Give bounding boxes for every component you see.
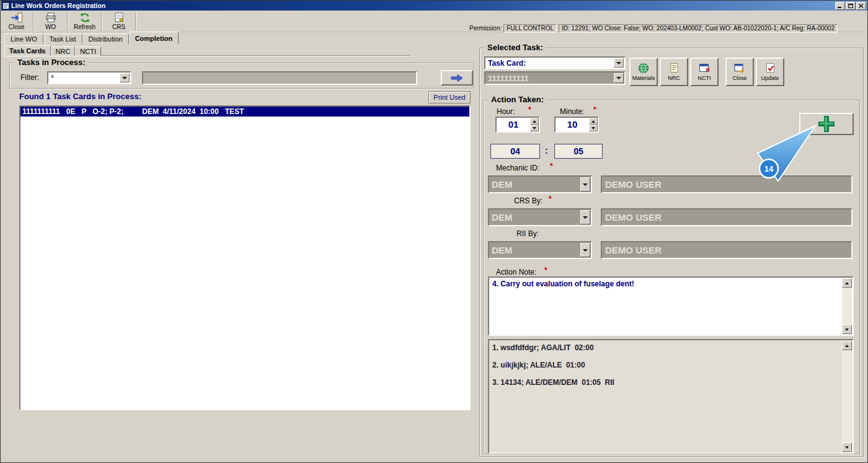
history-item[interactable]: 3. 14134; ALE/DEM/DEM 01:05 RII [492, 378, 839, 387]
crs-certificate-icon [113, 12, 125, 23]
action-note-textarea[interactable]: 4. Carry out evaluation of fuselage dent… [488, 276, 854, 336]
task-card-dropdown-button[interactable] [614, 73, 624, 83]
arrow-down-icon [591, 127, 595, 130]
update-button[interactable]: Update [756, 58, 784, 86]
toolbar-button-label: CRS [112, 24, 125, 30]
tab-task-cards[interactable]: Task Cards [4, 45, 51, 56]
toolbar-button-label: Close [9, 24, 25, 30]
crs-button[interactable]: CRS [104, 11, 133, 32]
apply-filter-button[interactable] [441, 70, 473, 86]
note-scrollbar[interactable] [842, 278, 852, 334]
minute-up-button[interactable] [589, 118, 598, 125]
history-scrollbar[interactable] [842, 341, 852, 452]
list-item-selected[interactable]: 1111111111 0E P O-2; P-2; DEM 4/11/2024 … [20, 107, 469, 117]
task-type-dropdown-button[interactable] [614, 58, 624, 68]
refresh-button[interactable]: Refresh [70, 11, 99, 32]
close-task-button[interactable]: Close [725, 58, 754, 86]
materials-button[interactable]: Materials [629, 58, 658, 86]
filter-dropdown-button[interactable] [120, 73, 130, 82]
rii-name-field: DEMO USER [601, 241, 852, 259]
time-colon: : [545, 146, 548, 156]
tab-task-list[interactable]: Task List [43, 33, 82, 44]
hour-down-button[interactable] [530, 125, 539, 131]
arrow-down-icon [845, 446, 849, 449]
printer-icon [45, 12, 56, 23]
mechanic-dropdown-button[interactable] [580, 177, 590, 192]
crs-required-mark: * [549, 195, 552, 203]
crs-name-field: DEMO USER [601, 208, 852, 226]
crs-by-value: DEM [492, 212, 512, 223]
minute-label: Minute: [560, 107, 584, 116]
scrollbar-track[interactable] [842, 350, 852, 443]
task-card-combo[interactable]: 1111111111 [484, 71, 626, 85]
scroll-down-icon[interactable] [842, 325, 852, 334]
tab-ncti[interactable]: NCTI [75, 46, 101, 56]
scroll-up-icon[interactable] [842, 341, 852, 350]
total-hour-field: 04 [490, 144, 540, 159]
toolbar-separator [135, 12, 136, 30]
arrow-down-icon [845, 329, 849, 331]
ncti-button[interactable]: NCTI [690, 58, 719, 86]
toolbar-button-label: Refresh [74, 24, 95, 30]
materials-globe-icon [637, 63, 650, 74]
scrollbar-track[interactable] [842, 288, 852, 325]
selected-task-title: Selected Task: [485, 43, 546, 52]
crs-by-label: CRS By: [514, 196, 542, 205]
hour-spinner[interactable]: 01 [495, 117, 540, 133]
arrow-down-icon [533, 127, 536, 130]
crs-by-combo[interactable]: DEM [488, 208, 592, 226]
toolbar-button-label: WO [45, 24, 56, 30]
tasks-group-title: Tasks in Process: [15, 58, 88, 67]
nrc-button[interactable]: NRC [660, 58, 688, 86]
found-tasks-label: Found 1 Task Cards in Process: [19, 92, 141, 101]
hour-up-button[interactable] [530, 118, 539, 125]
tab-nrc[interactable]: NRC [51, 46, 76, 56]
rii-dropdown-button[interactable] [580, 243, 590, 257]
filter-combo[interactable]: * [47, 71, 131, 84]
print-used-button[interactable]: Print Used [428, 91, 471, 104]
mechanic-id-label: Mechanic ID: [496, 164, 539, 172]
add-action-button[interactable] [799, 113, 854, 135]
action-note-text: 4. Carry out evaluation of fuselage dent… [492, 280, 839, 288]
minute-spinner[interactable]: 10 [554, 117, 599, 133]
hour-label: Hour: [497, 107, 515, 116]
task-type-combo[interactable]: Task Card: [484, 56, 626, 69]
arrow-up-icon [533, 120, 536, 123]
rii-by-combo[interactable]: DEM [488, 241, 592, 259]
app-icon [2, 2, 9, 9]
task-type-value: Task Card: [488, 59, 526, 68]
refresh-icon [79, 12, 91, 23]
plus-icon [818, 116, 835, 132]
history-item[interactable]: 2. uikjkjkj; ALE/ALE 01:00 [492, 361, 839, 369]
mechanic-name-field: DEMO USER [601, 175, 852, 193]
hour-value: 01 [497, 118, 530, 131]
filter-text-field[interactable] [142, 71, 417, 85]
toolbar-separator [67, 12, 68, 30]
main-toolbar: Close WO Refresh CRS [2, 11, 138, 32]
scroll-down-icon[interactable] [842, 443, 852, 452]
maximize-icon[interactable] [846, 2, 856, 10]
arrow-up-icon [845, 345, 849, 347]
close-window-icon[interactable] [856, 2, 866, 10]
crs-dropdown-button[interactable] [580, 210, 590, 224]
minute-down-button[interactable] [589, 125, 598, 131]
chevron-down-icon [583, 249, 588, 252]
task-cards-list[interactable]: 1111111111 0E P O-2; P-2; DEM 4/11/2024 … [19, 105, 471, 410]
icon-button-label: Materials [632, 75, 655, 81]
app-window: Line Work Orders Registration Close WO R… [0, 0, 868, 463]
icon-button-label: NCTI [698, 75, 711, 81]
chevron-down-icon [583, 216, 588, 219]
tab-completion[interactable]: Completion [129, 32, 179, 44]
history-item[interactable]: 1. wsdfdfdgr; AGA/LIT 02:00 [492, 343, 839, 352]
minimize-icon[interactable] [835, 2, 845, 10]
mechanic-id-combo[interactable]: DEM [488, 175, 592, 193]
tab-line-wo[interactable]: Line WO [4, 33, 43, 44]
wo-print-button[interactable]: WO [36, 11, 65, 32]
tab-distribution[interactable]: Distribution [82, 33, 129, 44]
chevron-down-icon [122, 77, 127, 79]
scroll-up-icon[interactable] [842, 278, 852, 288]
close-toolbar-button[interactable]: Close [2, 11, 31, 32]
filter-label: Filter: [20, 73, 39, 82]
rii-name-value: DEMO USER [605, 245, 662, 255]
action-history-list[interactable]: 1. wsdfdfdgr; AGA/LIT 02:00 2. uikjkjkj;… [488, 339, 854, 454]
